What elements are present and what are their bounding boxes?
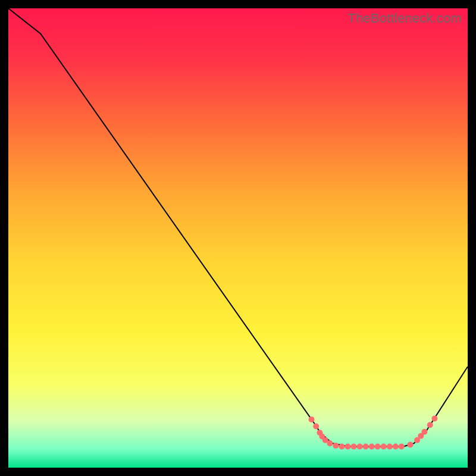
data-dot (421, 429, 427, 435)
data-dot (313, 424, 319, 430)
data-dot (357, 444, 363, 450)
data-dot (345, 444, 351, 450)
watermark-text: TheBottleneck.com (347, 11, 462, 26)
data-dot (399, 444, 405, 450)
data-dot (375, 444, 381, 450)
chart-frame: TheBottleneck.com (8, 8, 468, 468)
data-dot (369, 444, 375, 450)
data-dot (363, 444, 369, 450)
data-dot (393, 444, 399, 450)
data-dot (333, 443, 339, 449)
data-dot (339, 444, 345, 450)
data-dot (408, 441, 414, 447)
data-dot (387, 444, 393, 450)
gradient-background (8, 8, 468, 468)
data-dot (327, 440, 333, 446)
data-dot (427, 422, 433, 428)
data-dot (351, 444, 357, 450)
plot-svg (8, 8, 468, 468)
data-dot (309, 416, 315, 422)
data-dot (431, 415, 437, 421)
data-dot (381, 444, 387, 450)
